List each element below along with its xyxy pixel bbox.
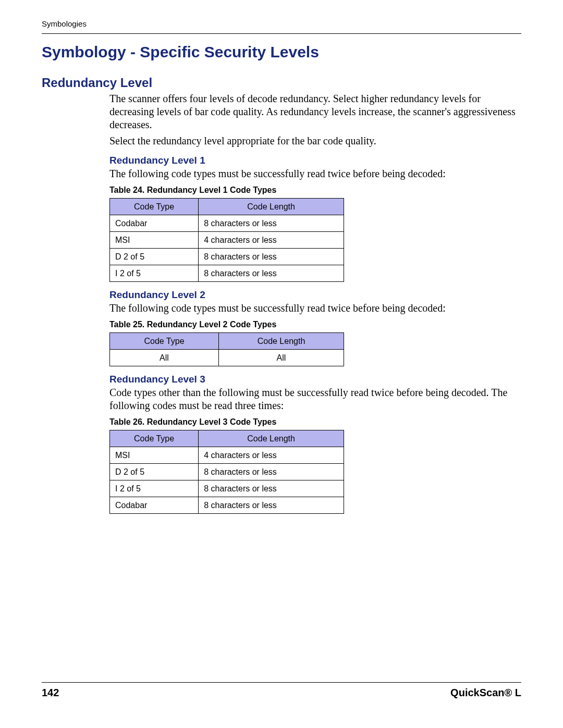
- cell-code-type: D 2 of 5: [110, 464, 199, 480]
- cell-code-type: MSI: [110, 232, 199, 249]
- col-header-code-length: Code Length: [199, 199, 344, 215]
- table-row: D 2 of 5 8 characters or less: [110, 464, 344, 480]
- cell-code-type: Codabar: [110, 497, 199, 514]
- page-title: Symbology - Specific Security Levels: [42, 43, 521, 61]
- text-level-3: Code types other than the following must…: [109, 386, 521, 412]
- intro-paragraph-2: Select the redundancy level appropriate …: [109, 134, 521, 147]
- table-row: Codabar 8 characters or less: [110, 215, 344, 232]
- cell-code-length: 8 characters or less: [199, 215, 344, 232]
- col-header-code-length: Code Length: [219, 333, 344, 350]
- col-header-code-type: Code Type: [110, 333, 219, 350]
- cell-code-length: 8 characters or less: [199, 249, 344, 265]
- top-rule: [42, 33, 521, 34]
- col-header-code-type: Code Type: [110, 430, 199, 447]
- table-header-row: Code Type Code Length: [110, 199, 344, 215]
- table-25: Code Type Code Length All All: [109, 332, 344, 366]
- cell-code-type: I 2 of 5: [110, 480, 199, 497]
- cell-code-length: 8 characters or less: [199, 497, 344, 514]
- table-26: Code Type Code Length MSI 4 characters o…: [109, 430, 344, 514]
- table-header-row: Code Type Code Length: [110, 430, 344, 447]
- caption-table-24: Table 24. Redundancy Level 1 Code Types: [109, 186, 521, 195]
- cell-code-length: 8 characters or less: [199, 464, 344, 480]
- page-number: 142: [42, 687, 59, 699]
- cell-code-type: MSI: [110, 447, 199, 464]
- intro-paragraph-1: The scanner offers four levels of decode…: [109, 92, 521, 131]
- table-row: All All: [110, 350, 344, 366]
- table-header-row: Code Type Code Length: [110, 333, 344, 350]
- cell-code-type: D 2 of 5: [110, 249, 199, 265]
- heading-level-2: Redundancy Level 2: [109, 289, 521, 301]
- bottom-rule: [42, 682, 521, 683]
- table-row: I 2 of 5 8 characters or less: [110, 265, 344, 282]
- text-level-2: The following code types must be success…: [109, 302, 521, 315]
- heading-level-3: Redundancy Level 3: [109, 374, 521, 385]
- col-header-code-type: Code Type: [110, 199, 199, 215]
- table-24: Code Type Code Length Codabar 8 characte…: [109, 198, 344, 282]
- caption-table-25: Table 25. Redundancy Level 2 Code Types: [109, 320, 521, 329]
- cell-code-type: I 2 of 5: [110, 265, 199, 282]
- product-name: QuickScan® L: [450, 687, 521, 699]
- heading-level-1: Redundancy Level 1: [109, 155, 521, 166]
- cell-code-length: 8 characters or less: [199, 265, 344, 282]
- page-footer: 142 QuickScan® L: [42, 682, 521, 699]
- cell-code-type: All: [110, 350, 219, 366]
- running-header: Symbologies: [42, 19, 521, 28]
- table-row: MSI 4 characters or less: [110, 232, 344, 249]
- cell-code-length: 4 characters or less: [199, 232, 344, 249]
- caption-table-26: Table 26. Redundancy Level 3 Code Types: [109, 417, 521, 427]
- cell-code-length: 4 characters or less: [199, 447, 344, 464]
- table-row: MSI 4 characters or less: [110, 447, 344, 464]
- col-header-code-length: Code Length: [199, 430, 344, 447]
- table-row: Codabar 8 characters or less: [110, 497, 344, 514]
- cell-code-type: Codabar: [110, 215, 199, 232]
- section-heading-redundancy: Redundancy Level: [42, 76, 521, 90]
- cell-code-length: All: [219, 350, 344, 366]
- cell-code-length: 8 characters or less: [199, 480, 344, 497]
- text-level-1: The following code types must be success…: [109, 167, 521, 180]
- table-row: I 2 of 5 8 characters or less: [110, 480, 344, 497]
- table-row: D 2 of 5 8 characters or less: [110, 249, 344, 265]
